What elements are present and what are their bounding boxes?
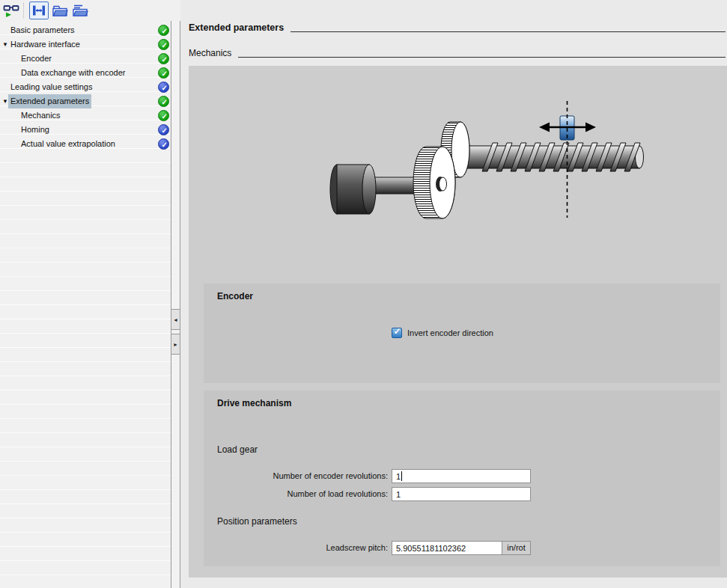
- tree-item-mechanics[interactable]: Mechanics: [0, 108, 171, 123]
- status-ok-icon: [158, 53, 169, 64]
- collapse-pane-right-button[interactable]: ►: [171, 334, 180, 355]
- status-ok-icon: [158, 25, 169, 36]
- drive-mechanism-card: Drive mechanism Load gear Number of enco…: [204, 391, 720, 566]
- collapse-all-button[interactable]: [71, 1, 89, 19]
- collapse-pane-left-button[interactable]: ◄: [171, 309, 180, 330]
- load-revolutions-label: Number of load revolutions:: [204, 487, 388, 501]
- load-revolutions-input[interactable]: [392, 488, 530, 500]
- tree-item-basic-parameters[interactable]: Basic parameters: [0, 23, 171, 37]
- main-section-header: Extended parameters: [189, 19, 727, 36]
- encoder-revolutions-label: Number of encoder revolutions:: [204, 469, 388, 483]
- tree-item-label: Hardware interface: [8, 37, 82, 52]
- invert-encoder-label: Invert encoder direction: [407, 328, 493, 337]
- status-ok-icon: [158, 138, 169, 150]
- tree-item-leading-value-settings[interactable]: Leading value settings: [0, 80, 171, 94]
- drive-mechanism-heading: Drive mechanism: [217, 398, 291, 408]
- tree-item-data-exchange[interactable]: Data exchange with encoder: [0, 66, 171, 80]
- status-ok-icon: [158, 67, 169, 79]
- tree-item-label: Homing: [19, 123, 52, 137]
- load-revolutions-field-wrap: [392, 487, 531, 501]
- tree-item-extended-parameters[interactable]: Extended parameters: [0, 94, 171, 108]
- tree-item-homing[interactable]: Homing: [0, 123, 171, 137]
- expand-all-button[interactable]: [51, 1, 69, 19]
- tree-item-encoder[interactable]: Encoder: [0, 52, 171, 66]
- tree-item-label: Encoder: [19, 52, 54, 66]
- mechanics-diagram: [328, 99, 651, 227]
- tree-item-actual-value-extrapolation[interactable]: Actual value extrapolation: [0, 137, 171, 151]
- configuration-window: Basic parameters Hardware interface Enco…: [0, 0, 727, 588]
- position-parameters-label: Position parameters: [217, 516, 297, 527]
- status-ok-icon: [158, 96, 169, 107]
- mechanics-settings-panel: Encoder Invert encoder direction Drive m…: [189, 66, 727, 578]
- pitch-unit-badge: in/rot: [502, 542, 530, 554]
- main-subsection-header: Mechanics: [189, 45, 727, 61]
- page-subtitle: Mechanics: [189, 48, 231, 58]
- split-compare-button[interactable]: [29, 1, 49, 19]
- tree-item-label: Basic parameters: [8, 23, 77, 37]
- leadscrew-pitch-input[interactable]: [392, 542, 502, 554]
- text-cursor: [401, 471, 402, 481]
- invert-encoder-checkbox[interactable]: [392, 328, 402, 338]
- tree-item-hardware-interface[interactable]: Hardware interface: [0, 37, 171, 52]
- monitor-glasses-icon[interactable]: [2, 1, 20, 19]
- encoder-card: Encoder Invert encoder direction: [204, 284, 720, 383]
- leadscrew-pitch-field-wrap: in/rot: [392, 541, 531, 555]
- encoder-revolutions-input[interactable]: [392, 470, 530, 483]
- encoder-revolutions-field-wrap: [392, 469, 531, 483]
- navigation-tree: Basic parameters Hardware interface Enco…: [0, 21, 171, 588]
- header-rule: [238, 57, 726, 58]
- tree-item-label: Leading value settings: [8, 80, 94, 94]
- page-title: Extended parameters: [189, 22, 284, 33]
- tree-item-label: Mechanics: [19, 108, 63, 123]
- leadscrew-pitch-label: Leadscrew pitch:: [204, 541, 388, 555]
- status-ok-icon: [158, 110, 169, 121]
- collapse-arrow-icon[interactable]: [2, 94, 10, 108]
- header-rule: [291, 31, 726, 32]
- encoder-heading: Encoder: [217, 291, 253, 301]
- pane-splitter[interactable]: ◄ ►: [171, 21, 180, 588]
- status-ok-icon: [158, 39, 169, 50]
- status-ok-icon: [158, 82, 169, 93]
- tree-item-label: Extended parameters: [8, 94, 91, 108]
- collapse-arrow-icon[interactable]: [2, 37, 10, 52]
- tree-item-label: Data exchange with encoder: [19, 66, 127, 80]
- tree-item-label: Actual value extrapolation: [19, 137, 118, 151]
- function-view-toolbar: [0, 0, 180, 21]
- status-ok-icon: [158, 124, 169, 135]
- toolbar-separator: [23, 3, 25, 18]
- load-gear-label: Load gear: [217, 444, 258, 455]
